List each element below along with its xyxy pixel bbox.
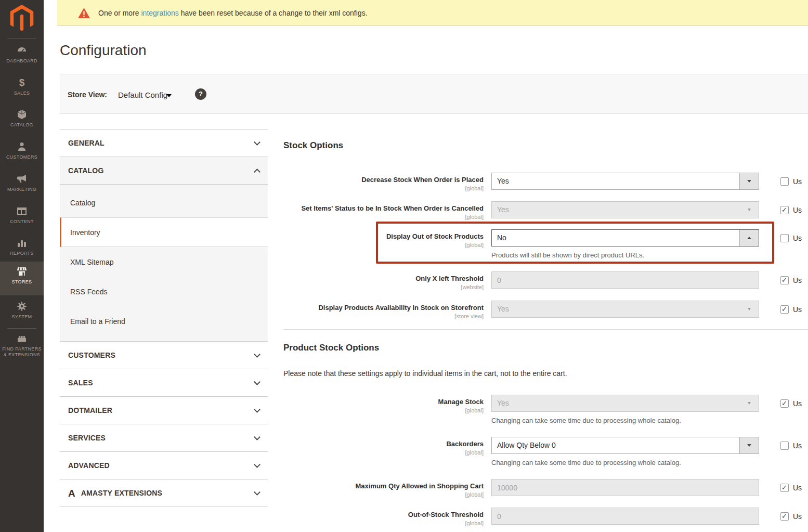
sidebar-item-find-partners[interactable]: FIND PARTNERS & EXTENSIONS [0,333,44,358]
chevron-down-icon [254,434,260,440]
field-label: Only X left Threshold [283,275,484,283]
field-row-display-out-of-stock: Display Out of Stock Products [global] N… [283,229,808,259]
accordion-section-customers[interactable]: CUSTOMERS [60,342,268,369]
sidebar-item-stores[interactable]: STORES [0,262,44,295]
section-label: AMASTY EXTENSIONS [81,489,162,497]
catalog-box-icon [0,109,44,121]
use-system-value-label: Us [793,206,802,215]
field-note: Changing can take some time due to proce… [491,459,759,466]
use-system-value-label: Us [793,512,802,521]
use-system-value-checkbox[interactable] [780,177,789,186]
set-items-status-select: Yes [491,201,759,218]
chevron-down-icon[interactable] [166,94,172,97]
field-label: Out-of-Stock Threshold [283,511,484,519]
magento-logo-icon[interactable] [0,5,44,34]
accordion-section-services[interactable]: SERVICES [60,424,268,452]
select-arrow-button[interactable] [739,173,759,189]
subsection-label: Inventory [70,228,100,237]
sidebar-item-label: REPORTS [0,251,44,256]
help-icon[interactable]: ? [195,88,206,100]
store-view-selector[interactable]: Default Config [118,90,167,99]
accordion-section-dotmailer[interactable]: DOTMAILER [60,397,268,424]
system-gear-icon [0,301,44,313]
use-system-value-checkbox[interactable] [780,276,789,284]
section-label: GENERAL [68,139,105,147]
use-system-value-checkbox[interactable] [780,305,789,314]
field-scope: [global] [283,185,484,191]
decrease-stock-select[interactable]: Yes [491,173,759,190]
sidebar-item-customers[interactable]: CUSTOMERS [0,141,44,160]
sidebar-item-label: SYSTEM [0,314,44,320]
select-arrow-button [739,301,759,317]
use-system-value-label: Us [793,276,802,285]
config-accordion: GENERAL CATALOG Catalog Inventory XML Si… [60,129,268,507]
sales-dollar-icon: $ [0,77,44,89]
sidebar-item-label: STORES [0,279,44,285]
dashboard-gauge-icon [0,45,44,57]
field-label: Display Out of Stock Products [283,232,484,241]
sidebar-item-reports[interactable]: REPORTS [0,237,44,256]
subsection-label: Catalog [70,199,95,207]
use-system-value-checkbox[interactable] [780,484,789,492]
subsection-inventory[interactable]: Inventory [60,217,268,247]
use-system-value-label: Us [793,399,802,408]
reports-barchart-icon [0,237,44,250]
field-scope: [global] [283,242,484,248]
use-system-value-label: Us [793,484,802,492]
subsection-email-to-a-friend[interactable]: Email to a Friend [60,306,268,336]
sidebar: DASHBOARD $ SALES CATALOG CUSTOMERS MARK… [0,0,44,532]
sidebar-item-system[interactable]: SYSTEM [0,301,44,320]
sidebar-item-catalog[interactable]: CATALOG [0,109,44,128]
customers-person-icon [0,141,44,153]
field-row-backorders: Backorders [global] Allow Qty Below 0 Ch… [283,437,808,466]
subsection-rss-feeds[interactable]: RSS Feeds [60,277,268,306]
select-arrow-button[interactable] [739,437,759,453]
backorders-select[interactable]: Allow Qty Below 0 [491,437,759,454]
svg-text:$: $ [19,77,25,88]
accordion-section-advanced[interactable]: ADVANCED [60,452,268,479]
section-label: SERVICES [68,434,106,442]
sidebar-item-marketing[interactable]: MARKETING [0,173,44,192]
use-system-value-checkbox[interactable] [780,512,789,521]
accordion-section-sales[interactable]: SALES [60,369,268,397]
manage-stock-select: Yes [491,395,759,412]
field-label: Display Products Availability in Stock o… [283,304,484,312]
use-system-value-checkbox[interactable] [780,206,789,214]
content-window-icon [0,205,44,218]
sidebar-item-label: CATALOG [0,122,44,128]
use-system-value-checkbox[interactable] [780,399,789,408]
triangle-down-icon [747,444,751,447]
store-view-bar: Store View: Default Config ? [60,74,808,114]
section-label: DOTMAILER [68,406,112,414]
sidebar-item-sales[interactable]: $ SALES [0,77,44,96]
section-title-product-stock-options: Product Stock Options [283,343,379,353]
sidebar-item-dashboard[interactable]: DASHBOARD [0,45,44,64]
accordion-section-general[interactable]: GENERAL [60,129,268,157]
sidebar-divider [7,38,36,38]
display-out-of-stock-select[interactable]: No [491,229,759,246]
triangle-down-icon [748,402,751,405]
accordion-section-catalog[interactable]: CATALOG [60,157,268,185]
field-scope: [store view] [283,313,484,319]
subsection-label: XML Sitemap [70,258,114,266]
sidebar-divider [7,328,36,329]
warning-triangle-icon [78,8,90,18]
use-system-value-checkbox[interactable] [780,234,789,242]
field-row-display-availability: Display Products Availability in Stock o… [283,301,808,319]
stock-options-form: Stock Options Decrease Stock When Order … [283,114,808,532]
subsection-xml-sitemap[interactable]: XML Sitemap [60,247,268,277]
section-title-stock-options: Stock Options [283,140,343,151]
accordion-section-amasty-extensions[interactable]: A AMASTY EXTENSIONS [60,479,268,507]
sidebar-item-content[interactable]: CONTENT [0,205,44,225]
select-arrow-button[interactable] [739,230,759,246]
section-label: CUSTOMERS [68,351,115,359]
subsection-label: Email to a Friend [70,317,125,326]
page-title: Configuration [60,42,147,59]
chevron-up-icon [254,168,260,175]
integrations-link[interactable]: integrations [141,9,178,17]
chevron-down-icon [254,461,260,468]
subsection-catalog[interactable]: Catalog [60,188,268,217]
sidebar-item-label: SALES [0,90,44,96]
use-system-value-checkbox[interactable] [780,442,789,450]
out-of-stock-threshold-input [491,508,759,525]
